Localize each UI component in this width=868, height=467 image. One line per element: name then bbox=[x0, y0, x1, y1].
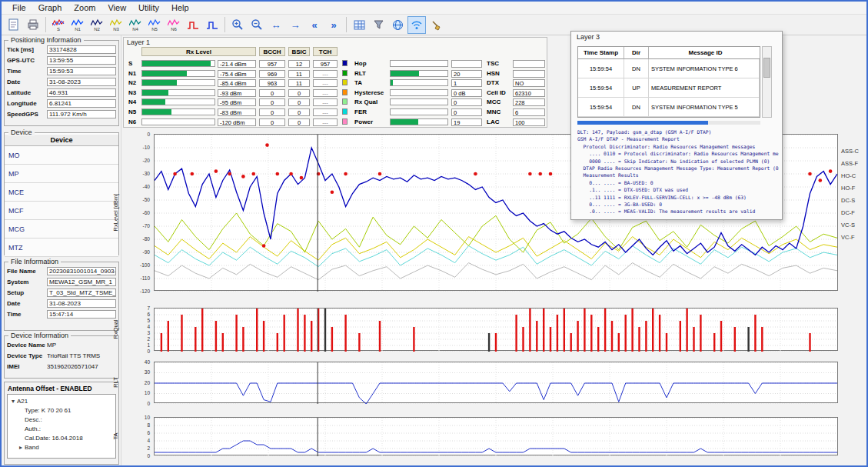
layer3-window[interactable]: Layer 3 Time Stamp Dir Message ID 15:59:… bbox=[570, 31, 783, 220]
zoom-out-icon bbox=[251, 18, 263, 31]
print-button[interactable] bbox=[24, 16, 42, 34]
zoom-out-button[interactable] bbox=[248, 16, 266, 34]
signal-n5-button[interactable]: N5 bbox=[145, 16, 164, 34]
layer3-message-row[interactable]: 15:59:54DNSYSTEM INFORMATION TYPE 5 bbox=[578, 98, 760, 117]
map-button[interactable] bbox=[388, 16, 407, 34]
layer3-horizontal-scrollbar[interactable] bbox=[577, 121, 760, 125]
rxqual-bar bbox=[215, 321, 217, 352]
fast-backward-button[interactable]: « bbox=[305, 16, 324, 34]
tch-value: --- bbox=[313, 70, 338, 78]
grid-view-button[interactable] bbox=[350, 16, 368, 34]
antenna-tree-item[interactable]: Desc.: bbox=[9, 415, 114, 424]
channel-label: N6 bbox=[128, 118, 142, 125]
filter-button[interactable] bbox=[369, 16, 387, 34]
scrollbar-thumb[interactable] bbox=[577, 121, 708, 125]
rxqual-bar bbox=[529, 309, 530, 352]
sidebar-device-mtz[interactable]: MTZ bbox=[5, 239, 118, 257]
layer1-header-row: Rx Level BCCH BSIC TCH bbox=[124, 47, 547, 57]
sidebar-device-mcg[interactable]: MCG bbox=[5, 220, 118, 239]
menu-graph[interactable]: Graph bbox=[32, 2, 68, 13]
zoom-in-button[interactable] bbox=[228, 16, 247, 34]
rxqual-plot[interactable] bbox=[154, 308, 838, 351]
toolbar-separator bbox=[45, 17, 46, 32]
sidebar-device-mp[interactable]: MP bbox=[5, 165, 118, 183]
step-forward-button[interactable]: → bbox=[286, 16, 304, 34]
tch-value: --- bbox=[313, 118, 338, 126]
series-color-swatch bbox=[342, 70, 348, 76]
signal-n6-button[interactable]: N6 bbox=[165, 16, 183, 34]
ta-plot[interactable] bbox=[154, 417, 838, 455]
param-bar bbox=[390, 89, 448, 96]
sidebar-device-mce[interactable]: MCE bbox=[5, 183, 118, 202]
signal-n1-button[interactable]: N1 bbox=[68, 16, 87, 34]
antenna-tree-item[interactable]: ▾A21 bbox=[9, 396, 114, 405]
event-dot bbox=[276, 172, 280, 176]
antenna-tree-item[interactable]: Cal.Date: 16.04.2018 bbox=[9, 433, 114, 442]
toolbar-separator bbox=[346, 17, 347, 32]
bcch-header: BCCH bbox=[259, 47, 285, 56]
menu-file[interactable]: File bbox=[6, 2, 32, 13]
rlt-plot-svg[interactable] bbox=[155, 362, 837, 404]
square-wave-blue-button[interactable] bbox=[203, 16, 221, 34]
rxqual-bar bbox=[222, 333, 224, 352]
positioning-panel-title: Positioning Information bbox=[8, 36, 84, 44]
bsic-value: 0 bbox=[288, 89, 310, 97]
layer3-vertical-scrollbar[interactable] bbox=[762, 46, 772, 118]
device-info-panel-title: Device Information bbox=[8, 332, 71, 339]
menu-zoom[interactable]: Zoom bbox=[68, 2, 101, 13]
device-panel: Device Device MOMPMCEMCFMCGMTZ bbox=[4, 132, 119, 255]
positioning-row: GPS-UTC13:59:55 bbox=[5, 55, 118, 65]
bsic-value: 12 bbox=[288, 60, 310, 68]
ta-plot-svg[interactable] bbox=[155, 418, 837, 456]
bar-fill bbox=[142, 99, 165, 105]
event-label-vc-f: VC-F bbox=[841, 234, 855, 241]
positioning-value: 46.931 bbox=[47, 88, 116, 97]
pan-left-right-button[interactable]: ↔ bbox=[267, 16, 285, 34]
scrollbar-thumb[interactable] bbox=[763, 58, 770, 78]
positioning-row: Date31-08-2023 bbox=[5, 76, 118, 87]
rxqual-bar bbox=[754, 315, 756, 352]
printer-icon bbox=[27, 19, 39, 30]
expander-icon[interactable]: ▾ bbox=[9, 398, 17, 405]
network-label: MNC bbox=[487, 108, 513, 115]
y-tick-label: 0 bbox=[147, 132, 150, 137]
rx-level-bar bbox=[141, 98, 215, 105]
broom-icon bbox=[431, 19, 442, 31]
layer3-message-row[interactable]: 15:59:54DNSYSTEM INFORMATION TYPE 6 bbox=[578, 59, 760, 78]
device-info-value: TrioRail TTS TRMS bbox=[47, 352, 116, 359]
event-dot bbox=[215, 169, 218, 173]
antenna-tree-item[interactable]: Type: K 70 20 61 bbox=[9, 405, 114, 415]
signal-s-button[interactable]: S bbox=[49, 16, 68, 34]
antenna-tree-item[interactable]: ▸Band bbox=[9, 442, 114, 452]
expander-icon[interactable]: ▸ bbox=[17, 444, 25, 451]
layer3-message-row[interactable]: 15:59:54UPMEASUREMENT REPORT bbox=[578, 78, 760, 98]
event-dot bbox=[378, 172, 382, 176]
signal-n3-button[interactable]: N3 bbox=[107, 16, 125, 34]
sidebar-device-mo[interactable]: MO bbox=[5, 146, 118, 165]
y-tick-label: 5 bbox=[147, 318, 150, 323]
bcch-value: 0 bbox=[259, 118, 285, 126]
signal-n2-button[interactable]: N2 bbox=[88, 16, 106, 34]
antenna-tree-item[interactable]: Auth.: bbox=[9, 424, 114, 433]
y-tick-label: 40 bbox=[145, 359, 150, 365]
file-info-label: Time bbox=[7, 311, 47, 318]
rx-level-bar bbox=[141, 108, 215, 115]
series-color-swatch bbox=[342, 118, 348, 125]
square-wave-red-button[interactable] bbox=[184, 16, 202, 34]
menu-utility[interactable]: Utility bbox=[132, 2, 165, 13]
rlt-plot[interactable] bbox=[154, 362, 838, 403]
wireless-button[interactable] bbox=[407, 16, 426, 34]
rxqual-plot-svg[interactable] bbox=[155, 309, 837, 352]
fast-forward-button[interactable]: » bbox=[324, 16, 343, 34]
rxqual-bar bbox=[522, 327, 524, 352]
bcch-value: 0 bbox=[259, 98, 285, 106]
cleanup-button[interactable] bbox=[427, 16, 445, 34]
signal-n4-button[interactable]: N4 bbox=[126, 16, 145, 34]
sidebar-device-mcf[interactable]: MCF bbox=[5, 202, 118, 220]
app-window: File Graph Zoom View Utility Help S N1 N… bbox=[0, 0, 868, 467]
menu-help[interactable]: Help bbox=[165, 2, 195, 13]
menu-view[interactable]: View bbox=[101, 2, 132, 13]
message-dir: DN bbox=[624, 59, 649, 78]
report-button[interactable] bbox=[5, 16, 23, 34]
device-info-label: Device Name bbox=[7, 342, 47, 349]
